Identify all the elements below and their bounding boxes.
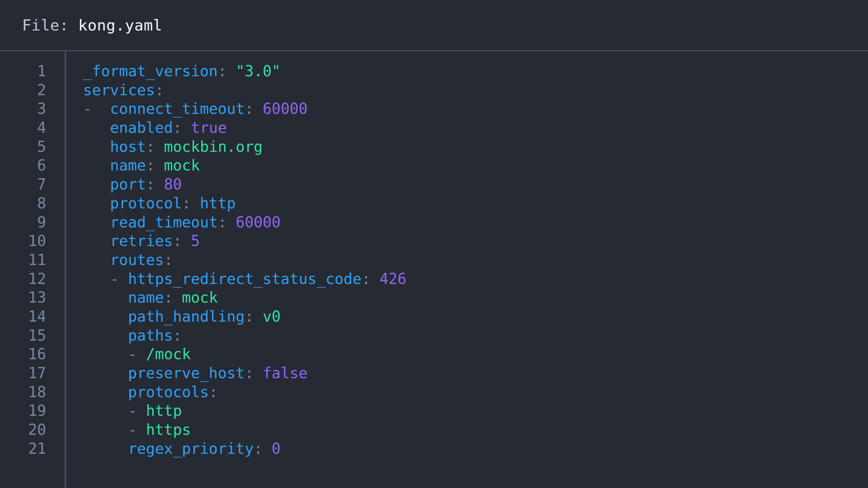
code-token: - (83, 402, 146, 419)
code-token: : (245, 364, 263, 382)
code-token: port (110, 176, 146, 193)
code-token: 5 (191, 232, 200, 249)
line-number: 18 (0, 383, 65, 402)
code-token (83, 308, 128, 325)
code-token (83, 364, 128, 382)
code-token: : (173, 327, 182, 344)
code-token: : (182, 195, 200, 212)
code-token: 426 (379, 270, 406, 287)
code-line: retries: 5 (83, 231, 868, 250)
file-name: kong.yaml (78, 16, 162, 34)
code-line: - https_redirect_status_code: 426 (83, 269, 868, 288)
code-token: - (83, 270, 128, 287)
code-token: mock (182, 289, 218, 306)
code-token: - (83, 345, 146, 363)
code-token: http (146, 402, 182, 419)
code-token: 60000 (263, 100, 308, 117)
code-token: : (361, 270, 379, 287)
code-token (83, 157, 110, 174)
code-token (83, 119, 110, 136)
code-token: : (173, 119, 191, 136)
code-area: _format_version: "3.0"services:- connect… (66, 51, 868, 488)
code-token: : (146, 157, 164, 174)
code-token: name (128, 289, 164, 306)
line-number: 20 (0, 420, 65, 439)
code-token (83, 440, 128, 457)
code-token: preserve_host (128, 364, 244, 382)
line-number: 5 (0, 137, 65, 156)
code-token: /mock (146, 345, 191, 363)
code-token: _format_version (83, 62, 218, 80)
code-token: protocol (110, 195, 182, 212)
code-token: : (146, 138, 164, 155)
line-number: 11 (0, 250, 65, 269)
code-line: - http (83, 401, 868, 420)
code-token: true (191, 119, 227, 136)
code-token: host (110, 138, 146, 155)
code-token: read_timeout (110, 214, 218, 231)
code-token: services (83, 81, 155, 99)
code-token: 80 (164, 176, 182, 193)
code-token: protocols (128, 383, 209, 401)
line-number: 8 (0, 194, 65, 213)
code-token (83, 232, 110, 249)
code-line: regex_priority: 0 (83, 439, 868, 458)
code-token: https_redirect_status_code (128, 270, 361, 287)
code-token (83, 195, 110, 212)
code-line: name: mock (83, 156, 868, 175)
code-line: - /mock (83, 345, 868, 364)
line-number: 17 (0, 364, 65, 383)
code-token (83, 383, 128, 401)
code-line: protocols: (83, 383, 868, 402)
code-token: 0 (272, 440, 281, 457)
line-number: 15 (0, 326, 65, 345)
code-token (83, 138, 110, 155)
line-number: 3 (0, 99, 65, 118)
code-line: - https (83, 420, 868, 439)
code-token: enabled (110, 119, 173, 136)
line-number: 9 (0, 213, 65, 232)
line-number: 10 (0, 231, 65, 250)
code-token: regex_priority (128, 440, 254, 457)
code-token: "3.0" (236, 62, 280, 80)
code-token: name (110, 157, 146, 174)
code-viewer: File: kong.yaml 123456789101112131415161… (0, 0, 868, 488)
file-header: File: kong.yaml (0, 0, 868, 51)
code-token: path_handling (128, 308, 244, 325)
code-token: : (245, 100, 263, 117)
code-token: http (200, 195, 236, 212)
code-token: : (164, 251, 173, 268)
editor-body[interactable]: 123456789101112131415161718192021 _forma… (0, 51, 868, 488)
code-token: : (218, 62, 236, 80)
code-line: name: mock (83, 288, 868, 307)
code-token: - (83, 421, 146, 438)
code-line: routes: (83, 250, 868, 269)
line-number: 4 (0, 118, 65, 137)
code-token: 60000 (236, 214, 280, 231)
code-token: : (146, 176, 164, 193)
line-number: 7 (0, 175, 65, 194)
code-token: false (263, 364, 308, 382)
code-token: : (209, 383, 218, 401)
line-number: 13 (0, 288, 65, 307)
code-token: : (155, 81, 164, 99)
code-token: routes (110, 251, 164, 268)
code-token (83, 214, 110, 231)
code-line: preserve_host: false (83, 364, 868, 383)
line-number: 6 (0, 156, 65, 175)
code-line: port: 80 (83, 175, 868, 194)
file-label: File: (22, 16, 78, 34)
code-line: _format_version: "3.0" (83, 62, 868, 81)
code-line: - connect_timeout: 60000 (83, 99, 868, 118)
code-line: protocol: http (83, 194, 868, 213)
code-line: read_timeout: 60000 (83, 213, 868, 232)
code-token: https (146, 421, 191, 438)
code-token (83, 289, 128, 306)
line-number: 1 (0, 62, 65, 81)
code-token: : (218, 214, 236, 231)
code-token: : (164, 289, 182, 306)
code-token: connect_timeout (110, 100, 244, 117)
code-line: enabled: true (83, 118, 868, 137)
line-number: 21 (0, 439, 65, 458)
line-number: 16 (0, 345, 65, 364)
